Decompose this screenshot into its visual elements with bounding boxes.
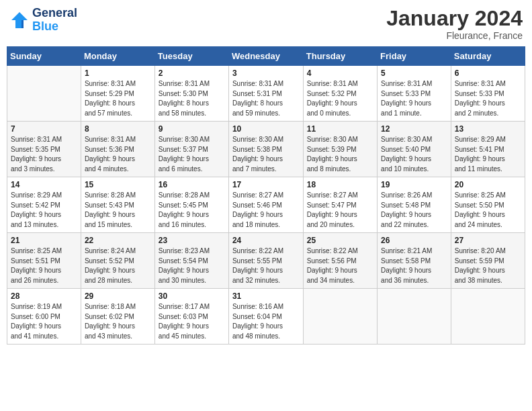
- calendar-cell: [451, 289, 525, 345]
- day-info: Sunrise: 8:31 AM Sunset: 5:33 PM Dayligh…: [381, 79, 447, 118]
- weekday-header-thursday: Thursday: [303, 47, 377, 66]
- day-number: 1: [85, 68, 151, 78]
- calendar-cell: 25Sunrise: 8:22 AM Sunset: 5:56 PM Dayli…: [303, 233, 377, 289]
- calendar-cell: 26Sunrise: 8:21 AM Sunset: 5:58 PM Dayli…: [378, 233, 451, 289]
- calendar-cell: 22Sunrise: 8:24 AM Sunset: 5:52 PM Dayli…: [81, 233, 154, 289]
- calendar-cell: 20Sunrise: 8:25 AM Sunset: 5:50 PM Dayli…: [451, 177, 525, 233]
- calendar-week-row: 14Sunrise: 8:29 AM Sunset: 5:42 PM Dayli…: [7, 177, 525, 233]
- weekday-header-sunday: Sunday: [7, 47, 81, 66]
- calendar-cell: 6Sunrise: 8:31 AM Sunset: 5:33 PM Daylig…: [451, 66, 525, 122]
- day-info: Sunrise: 8:20 AM Sunset: 5:59 PM Dayligh…: [455, 246, 521, 285]
- day-number: 27: [455, 236, 521, 245]
- day-number: 30: [159, 291, 225, 301]
- day-number: 4: [307, 68, 373, 78]
- calendar-cell: 8Sunrise: 8:31 AM Sunset: 5:36 PM Daylig…: [81, 122, 154, 177]
- day-number: 8: [85, 124, 151, 134]
- day-info: Sunrise: 8:28 AM Sunset: 5:45 PM Dayligh…: [159, 191, 225, 230]
- calendar-cell: 3Sunrise: 8:31 AM Sunset: 5:31 PM Daylig…: [228, 66, 303, 122]
- day-number: 10: [232, 124, 300, 134]
- day-info: Sunrise: 8:23 AM Sunset: 5:54 PM Dayligh…: [159, 246, 225, 285]
- calendar-week-row: 28Sunrise: 8:19 AM Sunset: 6:00 PM Dayli…: [7, 289, 525, 345]
- day-number: 17: [232, 180, 300, 189]
- day-info: Sunrise: 8:27 AM Sunset: 5:46 PM Dayligh…: [232, 191, 300, 230]
- day-info: Sunrise: 8:30 AM Sunset: 5:39 PM Dayligh…: [307, 135, 373, 174]
- calendar-table: SundayMondayTuesdayWednesdayThursdayFrid…: [7, 46, 525, 345]
- day-info: Sunrise: 8:30 AM Sunset: 5:37 PM Dayligh…: [159, 135, 225, 174]
- day-info: Sunrise: 8:30 AM Sunset: 5:40 PM Dayligh…: [381, 135, 447, 174]
- calendar-cell: 27Sunrise: 8:20 AM Sunset: 5:59 PM Dayli…: [451, 233, 525, 289]
- page-header: General Blue January 2024 Fleurance, Fra…: [7, 7, 525, 41]
- day-info: Sunrise: 8:31 AM Sunset: 5:29 PM Dayligh…: [85, 79, 151, 118]
- day-info: Sunrise: 8:31 AM Sunset: 5:36 PM Dayligh…: [85, 135, 151, 174]
- logo: General Blue: [9, 7, 77, 34]
- logo-icon: [9, 10, 30, 30]
- svg-marker-0: [11, 12, 28, 28]
- day-number: 24: [232, 236, 300, 245]
- day-info: Sunrise: 8:31 AM Sunset: 5:32 PM Dayligh…: [307, 79, 373, 118]
- day-info: Sunrise: 8:21 AM Sunset: 5:58 PM Dayligh…: [381, 246, 447, 285]
- day-info: Sunrise: 8:22 AM Sunset: 5:55 PM Dayligh…: [232, 246, 300, 285]
- day-info: Sunrise: 8:17 AM Sunset: 6:03 PM Dayligh…: [159, 302, 225, 341]
- day-info: Sunrise: 8:28 AM Sunset: 5:43 PM Dayligh…: [85, 191, 151, 230]
- month-title: January 2024: [386, 7, 523, 30]
- calendar-cell: 28Sunrise: 8:19 AM Sunset: 6:00 PM Dayli…: [7, 289, 81, 345]
- day-info: Sunrise: 8:26 AM Sunset: 5:48 PM Dayligh…: [381, 191, 447, 230]
- day-number: 29: [85, 291, 151, 301]
- weekday-header-tuesday: Tuesday: [154, 47, 228, 66]
- calendar-cell: 11Sunrise: 8:30 AM Sunset: 5:39 PM Dayli…: [303, 122, 377, 177]
- day-info: Sunrise: 8:16 AM Sunset: 6:04 PM Dayligh…: [232, 302, 300, 341]
- day-number: 26: [381, 236, 447, 245]
- calendar-cell: 16Sunrise: 8:28 AM Sunset: 5:45 PM Dayli…: [154, 177, 228, 233]
- day-number: 12: [381, 124, 447, 134]
- day-number: 11: [307, 124, 373, 134]
- day-info: Sunrise: 8:22 AM Sunset: 5:56 PM Dayligh…: [307, 246, 373, 285]
- calendar-cell: 15Sunrise: 8:28 AM Sunset: 5:43 PM Dayli…: [81, 177, 154, 233]
- calendar-cell: 23Sunrise: 8:23 AM Sunset: 5:54 PM Dayli…: [154, 233, 228, 289]
- calendar-cell: 5Sunrise: 8:31 AM Sunset: 5:33 PM Daylig…: [378, 66, 451, 122]
- day-info: Sunrise: 8:24 AM Sunset: 5:52 PM Dayligh…: [85, 246, 151, 285]
- day-info: Sunrise: 8:18 AM Sunset: 6:02 PM Dayligh…: [85, 302, 151, 341]
- day-info: Sunrise: 8:19 AM Sunset: 6:00 PM Dayligh…: [11, 302, 77, 341]
- calendar-cell: 29Sunrise: 8:18 AM Sunset: 6:02 PM Dayli…: [81, 289, 154, 345]
- calendar-cell: 30Sunrise: 8:17 AM Sunset: 6:03 PM Dayli…: [154, 289, 228, 345]
- title-area: January 2024 Fleurance, France: [386, 7, 523, 41]
- calendar-cell: [7, 66, 81, 122]
- day-number: 31: [232, 291, 300, 301]
- day-info: Sunrise: 8:31 AM Sunset: 5:33 PM Dayligh…: [455, 79, 521, 118]
- logo-text: General Blue: [32, 7, 77, 34]
- day-number: 21: [11, 236, 77, 245]
- day-number: 20: [455, 180, 521, 189]
- calendar-cell: 18Sunrise: 8:27 AM Sunset: 5:47 PM Dayli…: [303, 177, 377, 233]
- day-info: Sunrise: 8:25 AM Sunset: 5:51 PM Dayligh…: [11, 246, 77, 285]
- calendar-cell: 14Sunrise: 8:29 AM Sunset: 5:42 PM Dayli…: [7, 177, 81, 233]
- weekday-header-monday: Monday: [81, 47, 154, 66]
- day-number: 23: [159, 236, 225, 245]
- calendar-cell: 24Sunrise: 8:22 AM Sunset: 5:55 PM Dayli…: [228, 233, 303, 289]
- day-number: 3: [232, 68, 300, 78]
- day-number: 22: [85, 236, 151, 245]
- calendar-cell: 1Sunrise: 8:31 AM Sunset: 5:29 PM Daylig…: [81, 66, 154, 122]
- day-number: 7: [11, 124, 77, 134]
- day-info: Sunrise: 8:31 AM Sunset: 5:35 PM Dayligh…: [11, 135, 77, 174]
- weekday-header-row: SundayMondayTuesdayWednesdayThursdayFrid…: [7, 47, 525, 66]
- day-number: 18: [307, 180, 373, 189]
- calendar-cell: 21Sunrise: 8:25 AM Sunset: 5:51 PM Dayli…: [7, 233, 81, 289]
- day-info: Sunrise: 8:31 AM Sunset: 5:30 PM Dayligh…: [159, 79, 225, 118]
- day-number: 6: [455, 68, 521, 78]
- day-number: 5: [381, 68, 447, 78]
- day-number: 25: [307, 236, 373, 245]
- calendar-cell: 17Sunrise: 8:27 AM Sunset: 5:46 PM Dayli…: [228, 177, 303, 233]
- day-info: Sunrise: 8:25 AM Sunset: 5:50 PM Dayligh…: [455, 191, 521, 230]
- calendar-cell: 2Sunrise: 8:31 AM Sunset: 5:30 PM Daylig…: [154, 66, 228, 122]
- day-info: Sunrise: 8:31 AM Sunset: 5:31 PM Dayligh…: [232, 79, 300, 118]
- day-info: Sunrise: 8:27 AM Sunset: 5:47 PM Dayligh…: [307, 191, 373, 230]
- weekday-header-friday: Friday: [378, 47, 451, 66]
- location-label: Fleurance, France: [386, 30, 523, 41]
- day-number: 15: [85, 180, 151, 189]
- calendar-cell: 10Sunrise: 8:30 AM Sunset: 5:38 PM Dayli…: [228, 122, 303, 177]
- weekday-header-saturday: Saturday: [451, 47, 525, 66]
- calendar-cell: [378, 289, 451, 345]
- calendar-cell: 31Sunrise: 8:16 AM Sunset: 6:04 PM Dayli…: [228, 289, 303, 345]
- calendar-week-row: 21Sunrise: 8:25 AM Sunset: 5:51 PM Dayli…: [7, 233, 525, 289]
- calendar-cell: 13Sunrise: 8:29 AM Sunset: 5:41 PM Dayli…: [451, 122, 525, 177]
